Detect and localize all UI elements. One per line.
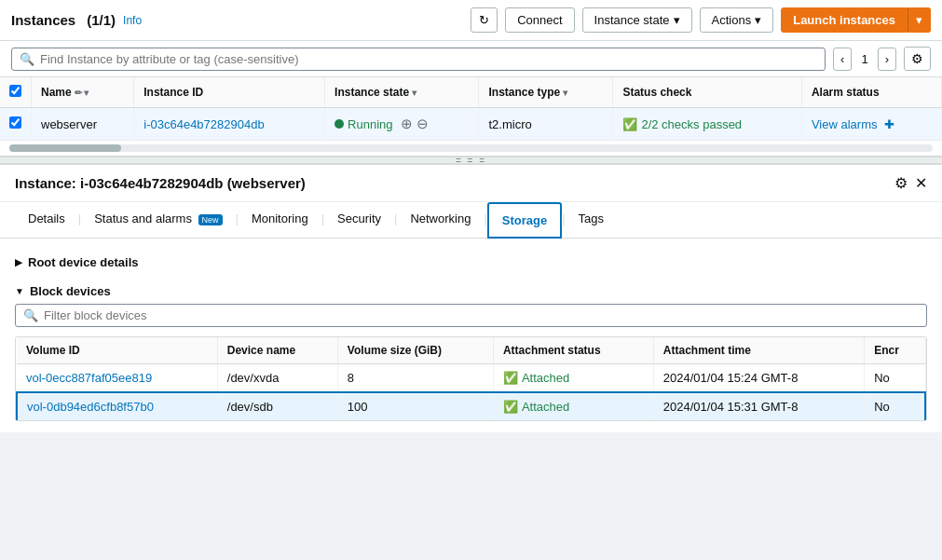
block-table-container: Volume ID Device name Volume size (GiB) … [15, 336, 927, 421]
device-name-2: /dev/sdb [217, 392, 337, 420]
detail-settings-button[interactable]: ⚙ [894, 174, 908, 192]
col-device-name: Device name [217, 337, 337, 364]
select-all-checkbox[interactable] [9, 85, 21, 97]
block-devices-table: Volume ID Device name Volume size (GiB) … [16, 337, 926, 420]
block-row-1[interactable]: vol-0ecc887faf05ee819 /dev/xvda 8 ✅ Atta… [17, 364, 925, 393]
volume-id-link-1[interactable]: vol-0ecc887faf05ee819 [26, 371, 152, 385]
root-device-label: Root device details [28, 255, 138, 269]
refresh-icon: ↻ [479, 13, 489, 27]
detail-tabs: Details | Status and alarms New | Monito… [0, 202, 942, 239]
block-row-2[interactable]: vol-0db94ed6cfb8f57b0 /dev/sdb 100 ✅ Att… [17, 392, 925, 420]
search-icon: 🔍 [20, 52, 34, 66]
row-status-check: ✅ 2/2 checks passed [613, 108, 801, 141]
row-type: t2.micro [479, 108, 613, 141]
attached-status-2: ✅ Attached [503, 400, 644, 414]
volume-id-link-2[interactable]: vol-0db94ed6cfb8f57b0 [27, 400, 154, 414]
attached-status-1: ✅ Attached [503, 371, 644, 385]
check-circle-icon: ✅ [622, 117, 637, 131]
state-sort-icon[interactable]: ▾ [412, 88, 416, 98]
detail-title: Instance: i-03c64e4b7282904db (webserver… [15, 175, 894, 191]
instance-state-button[interactable]: Instance state ▾ [582, 7, 692, 33]
volume-id-2: vol-0db94ed6cfb8f57b0 [17, 392, 217, 420]
search-wrap: 🔍 [11, 48, 826, 71]
tab-status-alarms[interactable]: Status and alarms New [81, 202, 235, 238]
table-row[interactable]: webserver i-03c64e4b7282904db Running ⊕ … [0, 108, 942, 141]
expanded-icon: ▼ [15, 286, 24, 296]
tab-storage[interactable]: Storage [487, 202, 562, 239]
search-bar: 🔍 ‹ 1 › ⚙ [0, 41, 942, 77]
row-instance-id: i-03c64e4b7282904db [134, 108, 325, 141]
attachment-status-1: ✅ Attached [493, 364, 653, 393]
attached-label-1: Attached [522, 371, 569, 385]
add-alarm-icon[interactable]: ✚ [884, 117, 894, 131]
instance-id-link[interactable]: i-03c64e4b7282904db [143, 117, 264, 131]
actions-button[interactable]: Actions ▾ [700, 7, 774, 33]
prev-page-button[interactable]: ‹ [833, 48, 852, 71]
settings-button[interactable]: ⚙ [904, 47, 931, 71]
instance-state-chevron: ▾ [674, 13, 680, 27]
tab-details[interactable]: Details [15, 202, 78, 238]
launch-caret-icon: ▾ [916, 13, 922, 27]
block-search-wrap: 🔍 [15, 304, 927, 327]
close-icon: ✕ [915, 175, 927, 191]
zoom-out-icon[interactable]: ⊖ [416, 116, 429, 132]
type-sort-icon[interactable]: ▾ [563, 88, 567, 98]
root-device-section[interactable]: ▶ Root device details [15, 250, 927, 275]
next-page-button[interactable]: › [878, 48, 896, 71]
attached-icon-2: ✅ [503, 400, 518, 414]
select-all-header[interactable] [0, 77, 32, 108]
new-badge: New [198, 214, 223, 225]
launch-caret-button[interactable]: ▾ [908, 7, 931, 33]
detail-close-button[interactable]: ✕ [915, 174, 927, 192]
tab-monitoring[interactable]: Monitoring [239, 202, 321, 238]
name-sort-icon[interactable]: ✏ ▾ [75, 88, 89, 98]
launch-group: Launch instances ▾ [781, 7, 931, 33]
connect-button[interactable]: Connect [505, 7, 574, 33]
view-alarms-link[interactable]: View alarms [812, 117, 878, 131]
col-instance-state: Instance state ▾ [325, 77, 479, 108]
detail-content: ▶ Root device details ▼ Block devices 🔍 … [0, 239, 942, 432]
refresh-button[interactable]: ↻ [471, 7, 498, 33]
tab-security[interactable]: Security [324, 202, 394, 238]
col-attachment-time: Attachment time [653, 337, 864, 364]
encrypted-2: No [865, 392, 925, 420]
device-name-1: /dev/xvda [217, 364, 337, 393]
block-search-icon: 🔍 [23, 308, 38, 322]
detail-header: Instance: i-03c64e4b7282904db (webserver… [0, 165, 942, 202]
horizontal-scrollbar[interactable] [9, 144, 933, 152]
tab-tags[interactable]: Tags [566, 202, 617, 238]
row-checkbox[interactable] [9, 116, 21, 129]
running-label: Running [348, 117, 392, 131]
col-alarm-status: Alarm status [801, 77, 941, 108]
settings-gear-icon: ⚙ [911, 51, 923, 66]
row-name: webserver [32, 108, 134, 141]
resize-icon: = = = [456, 156, 486, 166]
top-bar: Instances (1/1) Info ↻ Connect Instance … [0, 0, 942, 41]
collapsed-icon: ▶ [15, 257, 22, 267]
row-state: Running ⊕ ⊖ [325, 108, 479, 141]
row-alarm: View alarms ✚ [801, 108, 941, 141]
zoom-in-icon[interactable]: ⊕ [401, 116, 413, 132]
page-number: 1 [855, 48, 873, 70]
col-instance-id: Instance ID [134, 77, 325, 108]
encrypted-1: No [865, 364, 925, 393]
block-devices-expand[interactable]: ▼ Block devices [15, 279, 927, 304]
instances-table: Name ✏ ▾ Instance ID Instance state ▾ In… [0, 77, 942, 141]
block-devices-label: Block devices [30, 284, 111, 298]
launch-button[interactable]: Launch instances [781, 7, 908, 33]
col-instance-type: Instance type ▾ [479, 77, 613, 108]
row-checkbox-cell[interactable] [0, 108, 32, 141]
status-check-value: ✅ 2/2 checks passed [622, 117, 791, 131]
tab-networking[interactable]: Networking [397, 202, 484, 238]
running-status: Running ⊕ ⊖ [334, 116, 469, 132]
checks-label: 2/2 checks passed [641, 117, 742, 131]
info-link[interactable]: Info [123, 14, 142, 27]
resize-handle[interactable]: = = = [0, 157, 942, 164]
attachment-status-2: ✅ Attached [493, 392, 653, 420]
col-volume-size: Volume size (GiB) [337, 337, 493, 364]
actions-chevron: ▾ [755, 13, 761, 27]
col-encrypted: Encr [865, 337, 925, 364]
block-search-input[interactable] [44, 308, 919, 322]
col-name: Name ✏ ▾ [32, 77, 134, 108]
search-input[interactable] [40, 52, 817, 66]
